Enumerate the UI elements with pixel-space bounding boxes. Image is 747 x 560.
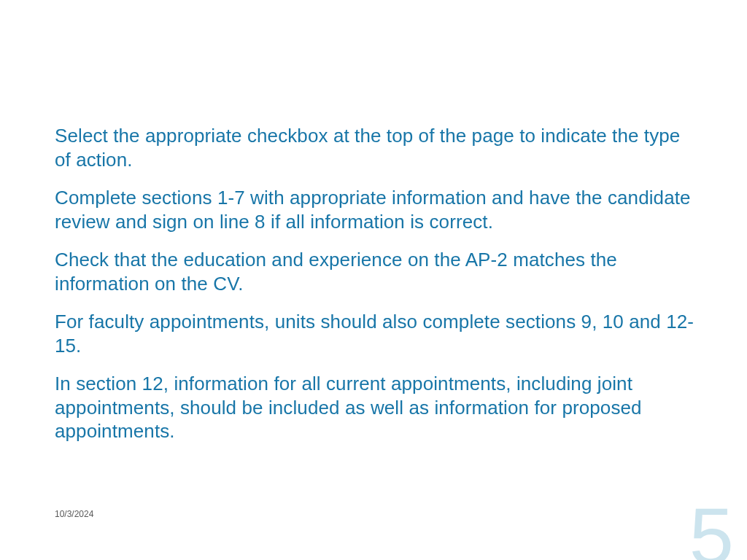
paragraph-3: Check that the education and experience … [55, 248, 697, 295]
paragraph-2: Complete sections 1-7 with appropriate i… [55, 186, 697, 233]
paragraph-5: In section 12, information for all curre… [55, 372, 697, 443]
slide-content: Select the appropriate checkbox at the t… [55, 124, 697, 458]
paragraph-4: For faculty appointments, units should a… [55, 310, 697, 357]
paragraph-1: Select the appropriate checkbox at the t… [55, 124, 697, 171]
footer-date: 10/3/2024 [55, 509, 93, 519]
page-number: 5 [689, 496, 734, 560]
